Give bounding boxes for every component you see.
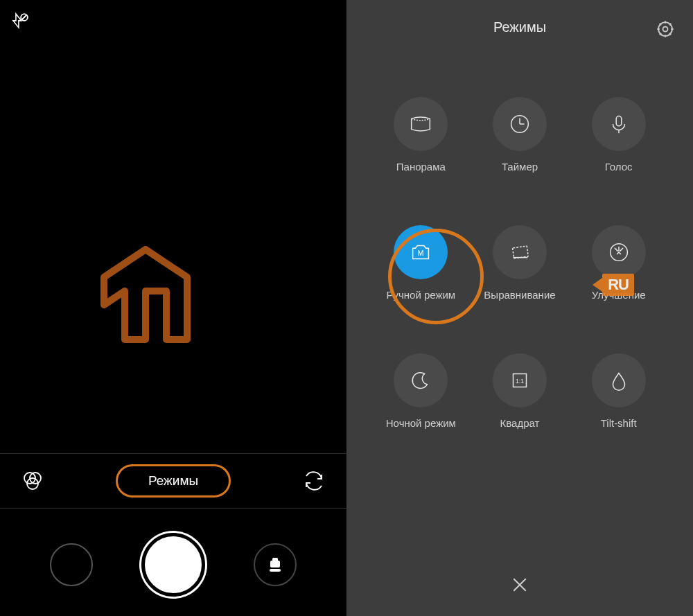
svg-text:1:1: 1:1 — [516, 378, 524, 385]
svg-rect-5 — [270, 561, 280, 567]
close-row — [346, 574, 693, 595]
mode-manual[interactable]: M Ручной режим — [371, 225, 471, 301]
watermark-logo — [90, 236, 263, 353]
switch-camera-icon[interactable] — [302, 469, 326, 493]
square-ratio-icon: 1:1 — [493, 353, 547, 407]
modes-panel: Режимы Панорама — [346, 0, 693, 616]
modes-title: Режимы — [493, 19, 546, 35]
mode-square[interactable]: 1:1 Квадрат — [471, 353, 570, 429]
moon-icon — [394, 353, 448, 407]
modes-button-label: Режимы — [148, 473, 198, 488]
mode-night[interactable]: Ночной режим — [371, 353, 471, 429]
mode-label: Ночной режим — [386, 417, 456, 429]
svg-rect-7 — [270, 569, 281, 572]
svg-point-8 — [663, 27, 668, 32]
camera-viewfinder: Режимы — [0, 0, 346, 616]
shutter-button[interactable] — [141, 533, 205, 597]
mode-panorama[interactable]: Панорама — [371, 97, 471, 173]
mode-label: Голос — [605, 161, 633, 173]
modes-button[interactable]: Режимы — [116, 464, 231, 498]
mode-label: Таймер — [502, 161, 538, 173]
modes-row: Режимы — [0, 453, 346, 509]
modes-grid: Панорама Таймер Голос — [346, 97, 693, 429]
timer-icon — [493, 97, 547, 151]
mode-straighten[interactable]: Выравнивание — [471, 225, 570, 301]
mode-label: Квадрат — [500, 417, 540, 429]
shutter-row — [0, 533, 346, 597]
watermark-badge: RU — [602, 274, 634, 296]
svg-point-9 — [658, 22, 672, 36]
gallery-thumbnail[interactable] — [50, 543, 93, 586]
mode-voice[interactable]: Голос — [569, 97, 668, 173]
svg-rect-13 — [616, 116, 622, 126]
video-toggle-button[interactable] — [254, 543, 297, 586]
flash-off-icon[interactable] — [10, 12, 29, 32]
mode-label: Панорама — [396, 161, 446, 173]
filters-icon[interactable] — [21, 469, 44, 493]
drop-icon — [592, 353, 646, 407]
mode-label: Выравнивание — [484, 289, 555, 301]
svg-line-1 — [22, 15, 27, 20]
sparkle-icon — [592, 225, 646, 279]
settings-icon[interactable] — [656, 19, 675, 39]
mode-label: Ручной режим — [386, 289, 455, 301]
panorama-icon — [394, 97, 448, 151]
mode-timer[interactable]: Таймер — [471, 97, 570, 173]
microphone-icon — [592, 97, 646, 151]
manual-mode-icon: M — [394, 225, 448, 279]
camera-bottom-bar: Режимы — [0, 453, 346, 616]
straighten-icon — [493, 225, 547, 279]
close-icon[interactable] — [509, 574, 530, 595]
svg-rect-16 — [513, 246, 529, 258]
modes-header: Режимы — [346, 19, 693, 35]
svg-text:M: M — [418, 249, 424, 257]
svg-rect-6 — [272, 558, 278, 561]
mode-label: Tilt-shift — [601, 417, 637, 429]
mode-tiltshift[interactable]: Tilt-shift — [569, 353, 668, 429]
